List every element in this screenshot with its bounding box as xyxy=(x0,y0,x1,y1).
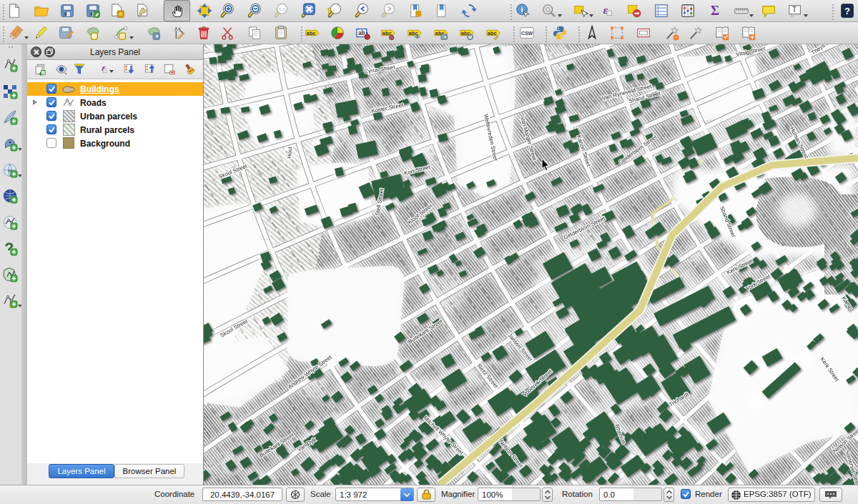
svg-text:i: i xyxy=(521,5,523,14)
svg-text:T: T xyxy=(792,6,797,14)
svg-text:Hout: Hout xyxy=(286,146,293,159)
svg-text:?: ? xyxy=(844,6,850,16)
svg-text:CSW: CSW xyxy=(521,31,533,36)
svg-text:abc: abc xyxy=(307,30,316,36)
svg-text:1:1: 1:1 xyxy=(279,7,285,11)
svg-text:ab: ab xyxy=(358,30,365,36)
svg-text:abc: abc xyxy=(488,30,497,36)
svg-text:Σ: Σ xyxy=(711,4,719,18)
svg-text:abc: abc xyxy=(461,30,470,36)
